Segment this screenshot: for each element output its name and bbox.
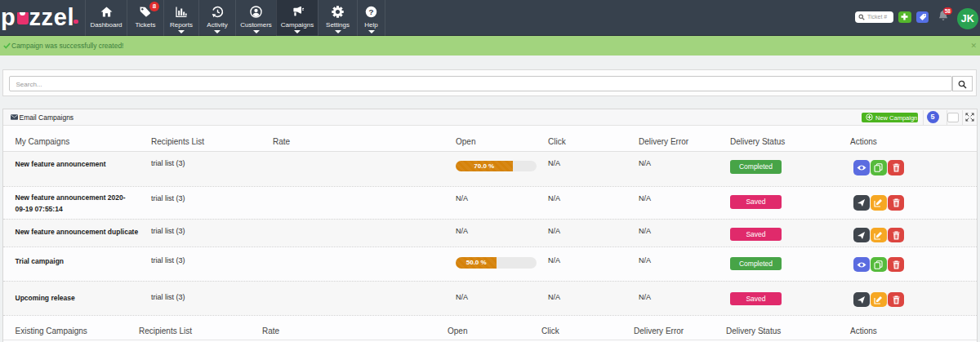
svg-text:?: ? [368,7,373,16]
